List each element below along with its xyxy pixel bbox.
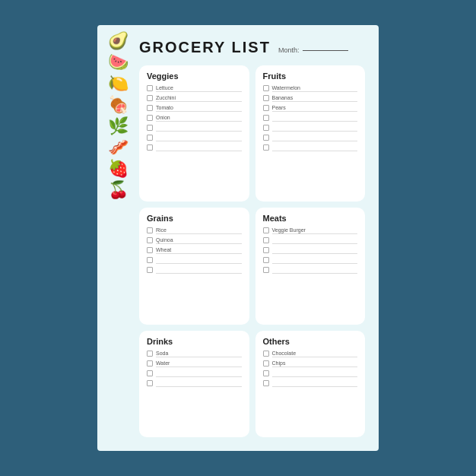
- list-item: Wheat: [147, 246, 242, 254]
- item-line: Pears: [272, 104, 358, 112]
- item-line: [272, 114, 358, 122]
- list-item: Quinoa: [147, 236, 242, 244]
- list-item: [263, 379, 358, 387]
- item-line: [156, 144, 242, 151]
- item-text: Tomato: [156, 105, 173, 111]
- section-veggies: VeggiesLettuceZucchiniTomatoOnion: [139, 65, 249, 202]
- list-item: [263, 266, 358, 274]
- item-line: [272, 266, 358, 274]
- item-line: Lettuce: [156, 84, 242, 92]
- item-line: Zucchini: [156, 94, 242, 102]
- header: GROCERY LIST Month:: [139, 39, 365, 56]
- deco-avocado: 🥑: [108, 33, 129, 49]
- checkbox[interactable]: [263, 380, 269, 386]
- checkbox[interactable]: [147, 257, 153, 263]
- section-others: OthersChocolateChips: [255, 331, 366, 437]
- deco-lemon: 🍋: [108, 75, 129, 92]
- item-line: Bananas: [272, 94, 358, 102]
- section-title-others: Others: [263, 337, 358, 346]
- item-text: Watermelon: [272, 85, 300, 91]
- item-line: Quinoa: [156, 236, 242, 244]
- list-item: [147, 124, 242, 132]
- list-item: Pears: [263, 104, 358, 112]
- checkbox[interactable]: [263, 227, 269, 233]
- list-item: Veggie Burger: [263, 227, 358, 234]
- checkbox[interactable]: [263, 351, 269, 357]
- item-line: Onion: [156, 114, 242, 122]
- section-drinks: DrinksSodaWater: [139, 331, 249, 437]
- item-text: Zucchini: [156, 95, 176, 101]
- checkbox[interactable]: [147, 115, 153, 121]
- checkbox[interactable]: [263, 85, 269, 91]
- grocery-list-page: 🥑 🍉 🍋 🍖 🌿 🥓 🍓 🍒 GROCERY LIST Month: Vegg…: [97, 25, 379, 451]
- section-title-veggies: Veggies: [147, 71, 242, 81]
- checkbox[interactable]: [147, 125, 153, 131]
- list-item: [263, 370, 358, 377]
- item-line: [272, 236, 358, 244]
- checkbox[interactable]: [263, 370, 269, 376]
- item-text: Lettuce: [156, 85, 173, 91]
- list-item: Bananas: [263, 94, 358, 102]
- checkbox[interactable]: [263, 257, 269, 263]
- list-item: Zucchini: [147, 94, 242, 102]
- list-item: Water: [147, 360, 242, 367]
- list-item: Soda: [147, 350, 242, 357]
- list-item: [263, 134, 358, 141]
- checkbox[interactable]: [263, 105, 269, 111]
- list-item: [263, 144, 358, 151]
- checkbox[interactable]: [263, 125, 269, 131]
- checkbox[interactable]: [263, 144, 269, 151]
- checkbox[interactable]: [147, 95, 153, 101]
- checkbox[interactable]: [263, 135, 269, 141]
- checkbox[interactable]: [147, 360, 153, 367]
- list-item: Rice: [147, 227, 242, 234]
- checkbox[interactable]: [263, 115, 269, 121]
- item-text: Water: [156, 360, 170, 367]
- list-item: Onion: [147, 114, 242, 122]
- section-meats: MeatsVeggie Burger: [255, 208, 366, 324]
- item-line: [272, 379, 358, 387]
- list-item: [147, 370, 242, 377]
- list-item: [147, 134, 242, 141]
- item-text: Veggie Burger: [272, 227, 306, 233]
- checkbox[interactable]: [263, 237, 269, 243]
- checkbox[interactable]: [147, 380, 153, 386]
- deco-herb: 🌿: [108, 118, 129, 135]
- list-item: [263, 236, 358, 244]
- list-item: Watermelon: [263, 84, 358, 92]
- item-line: Water: [156, 360, 242, 367]
- list-item: [263, 124, 358, 132]
- list-item: Tomato: [147, 104, 242, 112]
- section-title-drinks: Drinks: [147, 337, 242, 346]
- checkbox[interactable]: [263, 267, 269, 273]
- checkbox[interactable]: [147, 247, 153, 253]
- deco-cherry: 🍒: [108, 182, 129, 198]
- checkbox[interactable]: [263, 95, 269, 101]
- sections-grid: VeggiesLettuceZucchiniTomatoOnionFruitsW…: [139, 65, 365, 437]
- page-title: GROCERY LIST: [139, 39, 271, 56]
- item-line: Watermelon: [272, 84, 358, 92]
- list-item: [263, 246, 358, 254]
- list-item: [147, 256, 242, 264]
- checkbox[interactable]: [147, 227, 153, 233]
- checkbox[interactable]: [147, 351, 153, 357]
- item-line: [156, 134, 242, 141]
- item-line: [272, 246, 358, 254]
- section-grains: GrainsRiceQuinoaWheat: [139, 208, 249, 324]
- section-title-meats: Meats: [263, 214, 358, 223]
- item-line: [272, 124, 358, 132]
- checkbox[interactable]: [147, 370, 153, 376]
- checkbox[interactable]: [147, 237, 153, 243]
- item-line: [156, 256, 242, 264]
- item-text: Bananas: [272, 95, 294, 101]
- checkbox[interactable]: [147, 135, 153, 141]
- item-line: [272, 144, 358, 151]
- checkbox[interactable]: [147, 105, 153, 111]
- checkbox[interactable]: [263, 360, 269, 367]
- checkbox[interactable]: [147, 267, 153, 273]
- checkbox[interactable]: [147, 85, 153, 91]
- deco-drumstick: 🍖: [108, 97, 129, 113]
- checkbox[interactable]: [147, 144, 153, 151]
- item-line: Chips: [272, 360, 358, 367]
- checkbox[interactable]: [263, 247, 269, 253]
